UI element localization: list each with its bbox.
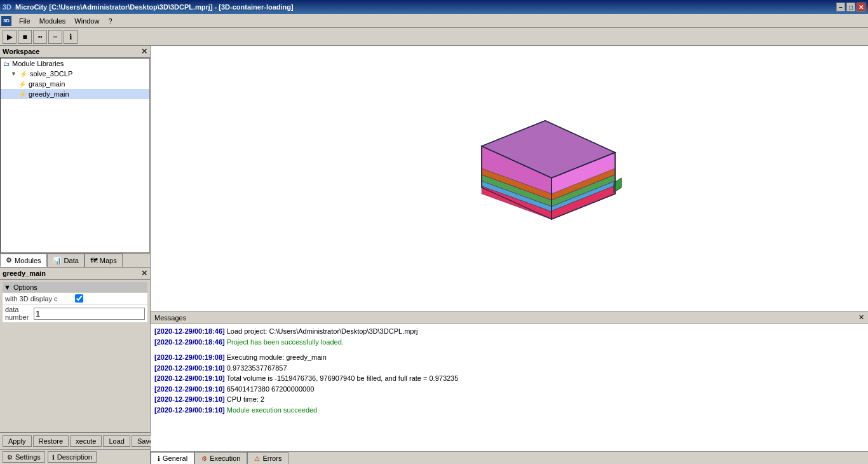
- messages-header: Messages ✕: [151, 312, 868, 324]
- option-input-datanum[interactable]: [34, 308, 145, 320]
- options-section: ▼ Options with 3D display c data number: [0, 280, 150, 325]
- msg-text-7: CPU time: 2: [227, 395, 264, 403]
- msg-text-4: 0.97323537767857: [227, 364, 287, 372]
- tree-leaf-icon-grasp: ⚡: [18, 81, 26, 88]
- option-row-3d: with 3D display c: [3, 293, 147, 304]
- msg-line-8: [2020-12-29/00:19:10] Module execution s…: [154, 405, 864, 416]
- msg-text-1: Load project: C:\Users\Administrator\Des…: [227, 327, 418, 335]
- messages-close-button[interactable]: ✕: [858, 313, 864, 322]
- tree-item-label-greedy: greedy_main: [29, 90, 69, 98]
- msg-ts-7: [2020-12-29/00:19:10]: [154, 395, 225, 403]
- apply-button[interactable]: Apply: [3, 435, 32, 447]
- maximize-button[interactable]: □: [846, 3, 855, 11]
- tree-item-solve3dclp[interactable]: ▼ ⚡ solve_3DCLP: [1, 69, 149, 79]
- tab-errors[interactable]: ⚠ Errors: [247, 452, 288, 464]
- tree-root[interactable]: 🗂 Module Libraries: [1, 58, 149, 69]
- tree-leaf-icon-greedy: ⚡: [18, 91, 26, 98]
- workspace-tabs: ⚙ Modules 📊 Data 🗺 Maps: [0, 253, 150, 267]
- tab-execution[interactable]: ⚙ Execution: [194, 452, 247, 464]
- tree-expand-icon: ▼: [11, 71, 17, 77]
- messages-panel: Messages ✕ [2020-12-29/00:18:46] Load pr…: [151, 311, 868, 464]
- tree-item-greedy[interactable]: ⚡ greedy_main: [1, 89, 149, 99]
- 3d-box-visualization: [456, 108, 634, 236]
- bottom-buttons: ⚙ Settings ℹ Description: [0, 449, 150, 464]
- msg-text-8: Module execution succeeded: [227, 406, 317, 414]
- option-label-datanum: data number: [5, 306, 34, 321]
- title-text: MicroCity [C:\Users\Administrator\Deskto…: [15, 3, 294, 11]
- tab-maps-label: Maps: [100, 257, 117, 264]
- tree-folder-icon: ⚡: [20, 71, 27, 78]
- options-label: Options: [13, 283, 37, 291]
- tab-errors-label: Errors: [262, 454, 281, 462]
- msg-line-6: [2020-12-29/00:19:10] 65401417380 672000…: [154, 384, 864, 395]
- tab-data[interactable]: 📊 Data: [47, 254, 85, 267]
- toolbar-btn-box1[interactable]: ▪▪: [33, 30, 47, 44]
- tab-modules[interactable]: ⚙ Modules: [0, 254, 47, 267]
- options-collapse-icon: ▼: [4, 283, 11, 291]
- option-row-datanum: data number: [3, 304, 147, 322]
- viewport-3d[interactable]: [151, 46, 868, 311]
- menu-bar: 3D File Modules Window ?: [0, 14, 868, 28]
- description-button[interactable]: ℹ Description: [48, 451, 97, 463]
- tab-maps-icon: 🗺: [90, 257, 97, 264]
- msg-text-6: 65401417380 67200000000: [227, 385, 315, 393]
- msg-spacer-1: [154, 347, 864, 352]
- description-icon: ℹ: [52, 454, 55, 461]
- msg-line-4: [2020-12-29/00:19:10] 0.97323537767857: [154, 363, 864, 374]
- module-panel-close[interactable]: ✕: [141, 269, 147, 278]
- msg-ts-2: [2020-12-29/00:18:46]: [154, 338, 225, 346]
- module-panel-title: greedy_main: [3, 270, 46, 277]
- tree-item-label-0: solve_3DCLP: [30, 70, 72, 78]
- tree-root-icon: 🗂: [3, 60, 10, 67]
- menu-modules[interactable]: Modules: [36, 16, 70, 26]
- title-bar-left: 3D MicroCity [C:\Users\Administrator\Des…: [3, 3, 294, 11]
- tree-item-grasp[interactable]: ⚡ grasp_main: [1, 79, 149, 89]
- menu-window[interactable]: Window: [71, 16, 103, 26]
- tab-data-label: Data: [64, 257, 79, 264]
- load-button[interactable]: Load: [103, 435, 130, 447]
- options-header[interactable]: ▼ Options: [3, 282, 147, 292]
- toolbar-btn-stop[interactable]: ■: [18, 30, 32, 44]
- menu-file[interactable]: File: [15, 16, 34, 26]
- msg-text-3: Executing module: greedy_main: [227, 353, 327, 361]
- msg-ts-4: [2020-12-29/00:19:10]: [154, 364, 225, 372]
- settings-button[interactable]: ⚙ Settings: [3, 451, 45, 463]
- workspace-close-button[interactable]: ✕: [141, 47, 147, 56]
- option-checkbox-3d[interactable]: [75, 294, 83, 303]
- description-label: Description: [57, 453, 92, 461]
- left-panel: Workspace ✕ 🗂 Module Libraries ▼ ⚡ solve…: [0, 46, 151, 464]
- messages-tabs: ℹ General ⚙ Execution ⚠ Errors: [151, 451, 868, 464]
- toolbar-btn-info[interactable]: ℹ: [64, 30, 78, 44]
- msg-ts-3: [2020-12-29/00:19:08]: [154, 353, 225, 361]
- tree-root-label: Module Libraries: [12, 60, 64, 67]
- tab-general-label: General: [163, 454, 187, 462]
- tab-general[interactable]: ℹ General: [151, 452, 194, 464]
- toolbar-btn-box2[interactable]: ▫▫: [48, 30, 62, 44]
- restore-button[interactable]: Restore: [33, 435, 69, 447]
- module-panel-header: greedy_main ✕: [0, 268, 150, 280]
- execute-button[interactable]: xecute: [70, 435, 102, 447]
- tab-modules-icon: ⚙: [6, 256, 12, 264]
- tab-modules-label: Modules: [15, 257, 41, 264]
- action-buttons: Apply Restore xecute Load Save: [0, 432, 150, 449]
- errors-icon: ⚠: [254, 455, 260, 462]
- msg-line-2: [2020-12-29/00:18:46] Project has been s…: [154, 337, 864, 348]
- messages-content[interactable]: [2020-12-29/00:18:46] Load project: C:\U…: [151, 324, 868, 451]
- toolbar: ▶ ■ ▪▪ ▫▫ ℹ: [0, 28, 868, 46]
- close-button[interactable]: ✕: [857, 3, 865, 11]
- execution-icon: ⚙: [201, 455, 207, 462]
- title-bar: 3D MicroCity [C:\Users\Administrator\Des…: [0, 0, 868, 14]
- menu-help[interactable]: ?: [104, 16, 116, 26]
- tab-maps[interactable]: 🗺 Maps: [85, 254, 123, 267]
- messages-title: Messages: [154, 314, 186, 322]
- module-panel: greedy_main ✕ ▼ Options with 3D display …: [0, 267, 150, 464]
- app-icon: 3D: [1, 16, 11, 26]
- msg-line-7: [2020-12-29/00:19:10] CPU time: 2: [154, 394, 864, 405]
- msg-ts-8: [2020-12-29/00:19:10]: [154, 406, 225, 414]
- right-panel: Messages ✕ [2020-12-29/00:18:46] Load pr…: [151, 46, 868, 464]
- msg-line-1: [2020-12-29/00:18:46] Load project: C:\U…: [154, 326, 864, 337]
- msg-line-5: [2020-12-29/00:19:10] Total volume is -1…: [154, 373, 864, 384]
- general-icon: ℹ: [158, 455, 160, 462]
- toolbar-btn-run[interactable]: ▶: [3, 30, 17, 44]
- minimize-button[interactable]: –: [836, 3, 845, 11]
